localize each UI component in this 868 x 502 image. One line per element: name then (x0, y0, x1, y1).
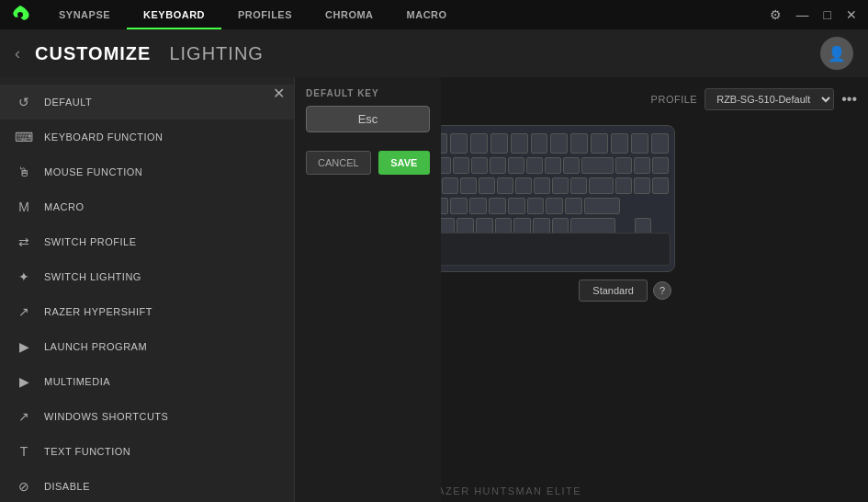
function-menu: ✕ ↺ DEFAULT ⌨ KEYBOARD FUNCTION 🖱 MOUSE … (0, 77, 294, 502)
avatar[interactable]: 👤 (820, 37, 853, 70)
key-del2 (615, 177, 632, 194)
menu-list: ↺ DEFAULT ⌨ KEYBOARD FUNCTION 🖱 MOUSE FU… (0, 77, 294, 502)
maximize-icon[interactable]: □ (820, 7, 835, 22)
key-j (489, 198, 506, 214)
menu-item-text-function[interactable]: T TEXT FUNCTION (0, 434, 294, 469)
nav-chroma[interactable]: CHROMA (309, 0, 390, 29)
action-buttons: CANCEL SAVE (306, 151, 430, 175)
key-p (534, 177, 550, 194)
minimize-icon[interactable]: — (793, 7, 813, 22)
menu-item-macro[interactable]: M MACRO (0, 189, 294, 224)
key-7 (471, 157, 488, 174)
app-logo (7, 2, 33, 28)
key-rbracket (570, 177, 587, 194)
switch-profile-icon: ⇄ (15, 233, 33, 251)
key-pgdn (651, 133, 669, 154)
windows-shortcuts-icon: ↗ (15, 407, 33, 426)
key-f6 (470, 133, 488, 154)
mouse-function-icon: 🖱 (15, 163, 33, 181)
key-8 (490, 157, 506, 174)
back-button[interactable]: ‹ (15, 44, 20, 63)
key-f5 (450, 133, 468, 154)
nav-macro[interactable]: MACRO (390, 0, 464, 29)
key-semicolon (546, 198, 563, 214)
key-ins (615, 157, 632, 174)
nav-profiles[interactable]: PROFILES (221, 0, 309, 29)
info-button[interactable]: ? (653, 281, 671, 300)
profile-dropdown[interactable]: RZB-SG-510-Default (705, 88, 834, 110)
title-bar: SYNAPSE KEYBOARD PROFILES CHROMA MACRO ⚙… (0, 0, 868, 29)
multimedia-icon: ▶ (15, 372, 33, 391)
window-controls: ⚙ — □ ✕ (766, 7, 861, 22)
key-i (497, 177, 513, 194)
key-u (479, 177, 495, 194)
menu-item-disable[interactable]: ⊘ DISABLE (0, 469, 294, 502)
key-lbracket (552, 177, 569, 194)
settings-icon[interactable]: ⚙ (766, 7, 785, 22)
key-minus (545, 157, 561, 174)
key-t (442, 177, 458, 194)
menu-item-multimedia[interactable]: ▶ MULTIMEDIA (0, 364, 294, 399)
menu-item-default[interactable]: ↺ DEFAULT (0, 85, 294, 120)
profile-more-button[interactable]: ••• (841, 91, 857, 108)
key-f7 (490, 133, 508, 154)
disable-icon: ⊘ (15, 477, 33, 496)
key-f11 (570, 133, 588, 154)
key-o (515, 177, 532, 194)
key-f10 (550, 133, 568, 154)
menu-item-launch-program[interactable]: ▶ LAUNCH PROGRAM (0, 329, 294, 364)
key-y (460, 177, 477, 194)
page-title-lighting: LIGHTING (169, 43, 263, 64)
modal-overlay: ✕ ↺ DEFAULT ⌨ KEYBOARD FUNCTION 🖱 MOUSE … (0, 77, 441, 502)
key-pgup (652, 157, 669, 174)
launch-program-icon: ▶ (15, 337, 33, 356)
profile-label: PROFILE (651, 94, 698, 105)
nav-bar: SYNAPSE KEYBOARD PROFILES CHROMA MACRO (42, 0, 766, 29)
standard-button[interactable]: Standard (579, 280, 648, 302)
menu-item-mouse-function[interactable]: 🖱 MOUSE FUNCTION (0, 154, 294, 189)
key-home (634, 157, 650, 174)
default-icon: ↺ (15, 93, 33, 111)
key-0 (526, 157, 543, 174)
key-f12 (591, 133, 608, 154)
cancel-button[interactable]: CANCEL (306, 151, 371, 175)
menu-item-switch-profile[interactable]: ⇄ SWITCH PROFILE (0, 224, 294, 259)
key-l (527, 198, 545, 214)
main-area: All Buttons MULTIMEDIA Previous Track MU… (0, 77, 868, 502)
menu-item-hypershift[interactable]: ↗ RAZER HYPERSHIFT (0, 294, 294, 329)
keyboard-function-icon: ⌨ (15, 128, 33, 146)
nav-keyboard[interactable]: KEYBOARD (127, 0, 221, 29)
header-bar: ‹ CUSTOMIZE LIGHTING 👤 (0, 29, 868, 77)
key-f9 (531, 133, 548, 154)
hypershift-icon: ↗ (15, 302, 33, 321)
key-backspace (581, 157, 613, 174)
default-key-title: DEFAULT KEY (306, 88, 430, 98)
key-f8 (511, 133, 528, 154)
key-enter (584, 198, 620, 214)
page-title-customize: CUSTOMIZE (35, 43, 151, 64)
text-function-icon: T (15, 442, 33, 461)
save-button[interactable]: SAVE (378, 151, 430, 175)
macro-icon: M (15, 198, 33, 216)
menu-item-switch-lighting[interactable]: ✦ SWITCH LIGHTING (0, 259, 294, 294)
key-quote (565, 198, 582, 214)
menu-item-windows-shortcuts[interactable]: ↗ WINDOWS SHORTCUTS (0, 399, 294, 434)
key-6 (453, 157, 469, 174)
close-icon[interactable]: ✕ (842, 7, 861, 22)
key-end2 (634, 177, 650, 194)
modal-close-button[interactable]: ✕ (273, 85, 285, 102)
svg-point-1 (17, 12, 23, 17)
key-spacer-1 (622, 198, 669, 214)
key-k (508, 198, 525, 214)
key-del (611, 133, 628, 154)
menu-item-keyboard-function[interactable]: ⌨ KEYBOARD FUNCTION (0, 120, 294, 154)
right-panel: DEFAULT KEY Esc CANCEL SAVE (294, 77, 441, 502)
key-pgdn2 (652, 177, 669, 194)
key-h (469, 198, 487, 214)
key-9 (508, 157, 524, 174)
nav-synapse[interactable]: SYNAPSE (42, 0, 127, 29)
key-backslash (589, 177, 613, 194)
key-g (450, 198, 468, 214)
key-equals (563, 157, 580, 174)
switch-lighting-icon: ✦ (15, 268, 33, 286)
